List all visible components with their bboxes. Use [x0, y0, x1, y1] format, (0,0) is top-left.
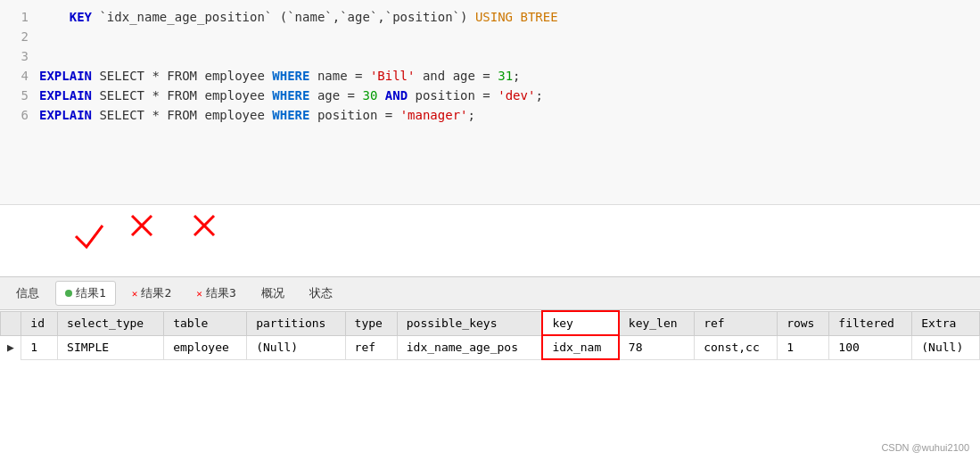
- table-header-cell: rows: [778, 311, 829, 335]
- tab-item[interactable]: ✕结果3: [187, 282, 244, 305]
- code-token: SELECT * FROM employee: [92, 69, 272, 83]
- table-row: ▶1SIMPLEemployee(Null)refidx_name_age_po…: [1, 335, 980, 359]
- line-number: 2: [7, 27, 29, 46]
- table-cell: idx_name_age_pos: [397, 335, 542, 359]
- code-token: WHERE: [272, 69, 309, 83]
- line-numbers: 123456: [0, 7, 36, 197]
- table-header-cell: key: [542, 311, 618, 335]
- code-token: SELECT * FROM employee: [92, 108, 272, 122]
- table-cell: idx_nam: [542, 335, 618, 359]
- code-token: position =: [309, 108, 399, 122]
- line-number: 6: [7, 105, 29, 125]
- code-token: USING BTREE: [475, 10, 558, 24]
- tab-status-dot-green: [65, 290, 72, 297]
- table-header-cell: id: [21, 311, 58, 335]
- code-line: EXPLAIN SELECT * FROM employee WHERE nam…: [39, 66, 976, 86]
- tab-item[interactable]: 状态: [301, 282, 342, 305]
- code-token: EXPLAIN: [39, 88, 92, 103]
- code-token: (: [272, 10, 287, 24]
- code-editor: 123456 KEY `idx_name_age_position` (`nam…: [0, 0, 980, 205]
- code-token: 31: [498, 69, 513, 83]
- code-token: and age =: [415, 69, 498, 83]
- results-table: idselect_typetablepartitionstypepossible…: [0, 310, 980, 360]
- code-token: ): [460, 10, 475, 24]
- table-cell: ref: [345, 335, 397, 359]
- code-token: 30: [362, 88, 377, 103]
- svg-line-0: [132, 216, 152, 235]
- code-token: `idx_name_age_position`: [99, 10, 272, 24]
- tab-item[interactable]: 概况: [252, 282, 293, 305]
- table-header-cell: Extra: [912, 311, 980, 335]
- watermark: CSDN @wuhui2100: [881, 442, 969, 453]
- tab-label: 状态: [309, 285, 333, 301]
- code-token: ;: [467, 108, 474, 122]
- table-header-cell: key_len: [619, 311, 695, 335]
- line-number: 1: [7, 7, 29, 27]
- table-cell: 78: [619, 335, 695, 359]
- table-cell: ▶: [1, 335, 21, 359]
- tab-status-dot-red: ✕: [196, 288, 202, 300]
- table-cell: 1: [778, 335, 829, 359]
- code-line: [39, 27, 976, 46]
- tab-status-dot-red: ✕: [132, 288, 138, 300]
- table-cell: 1: [21, 335, 58, 359]
- results-area[interactable]: idselect_typetablepartitionstypepossible…: [0, 310, 980, 360]
- table-cell: const,cc: [695, 335, 778, 359]
- code-line: KEY `idx_name_age_position` (`name`,`age…: [39, 7, 976, 27]
- svg-line-3: [194, 216, 214, 235]
- code-token: age =: [309, 88, 362, 103]
- table-header-cell: table: [164, 311, 247, 335]
- table-header-cell: [1, 311, 21, 335]
- tab-item[interactable]: 结果1: [55, 281, 116, 306]
- tab-label: 结果1: [76, 285, 106, 301]
- tab-item[interactable]: 信息: [7, 282, 48, 305]
- code-token: EXPLAIN: [39, 108, 92, 122]
- code-content: KEY `idx_name_age_position` (`name`,`age…: [36, 7, 980, 197]
- table-header-cell: filtered: [829, 311, 912, 335]
- code-token: WHERE: [272, 88, 309, 103]
- code-token: 'Bill': [370, 69, 416, 83]
- code-token: name =: [309, 69, 369, 83]
- line-number: 4: [7, 66, 29, 86]
- table-header-cell: select_type: [58, 311, 164, 335]
- code-token: AND: [385, 88, 408, 103]
- code-token: 'dev': [498, 88, 535, 103]
- annotation-svg: [0, 205, 312, 276]
- table-header-cell: type: [345, 311, 397, 335]
- table-cell: employee: [164, 335, 247, 359]
- line-number: 3: [7, 46, 29, 66]
- annotation-area: [0, 205, 980, 276]
- code-line: EXPLAIN SELECT * FROM employee WHERE pos…: [39, 105, 976, 125]
- tab-label: 概况: [261, 285, 284, 301]
- code-token: position =: [408, 88, 498, 103]
- line-number: 5: [7, 86, 29, 105]
- table-cell: 100: [829, 335, 912, 359]
- code-token: ;: [535, 88, 542, 103]
- tab-item[interactable]: ✕结果2: [123, 282, 180, 305]
- code-token: `name`,`age`,`position`: [287, 10, 460, 24]
- tab-label: 信息: [16, 285, 39, 301]
- code-token: [377, 88, 384, 103]
- code-token: WHERE: [272, 108, 309, 122]
- table-header-cell: possible_keys: [397, 311, 542, 335]
- table-cell: (Null): [912, 335, 980, 359]
- tab-bar[interactable]: 信息结果1✕结果2✕结果3概况状态: [0, 276, 980, 310]
- table-header-cell: ref: [695, 311, 778, 335]
- tab-label: 结果3: [206, 285, 236, 301]
- code-token: SELECT * FROM employee: [92, 88, 272, 103]
- results-wrapper: idselect_typetablepartitionstypepossible…: [0, 310, 980, 460]
- code-token: 'manager': [400, 108, 468, 122]
- svg-line-1: [132, 216, 152, 235]
- code-token: EXPLAIN: [39, 69, 92, 83]
- code-token: ;: [513, 69, 520, 83]
- table-cell: (Null): [247, 335, 345, 359]
- code-token: KEY: [39, 10, 99, 24]
- table-cell: SIMPLE: [58, 335, 164, 359]
- code-line: EXPLAIN SELECT * FROM employee WHERE age…: [39, 86, 976, 105]
- svg-line-2: [194, 216, 214, 235]
- code-line: [39, 46, 976, 66]
- tab-label: 结果2: [141, 285, 171, 301]
- table-header-cell: partitions: [247, 311, 345, 335]
